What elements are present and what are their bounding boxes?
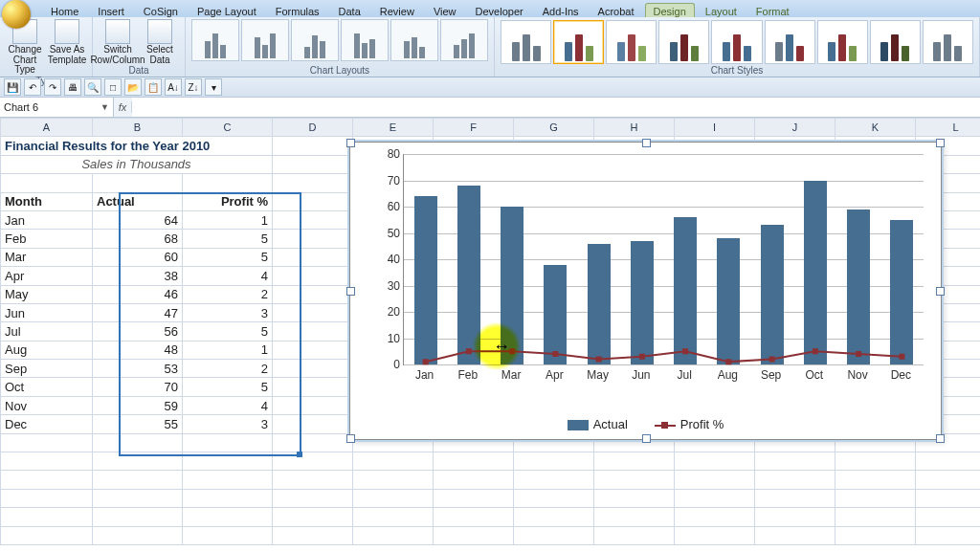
cell[interactable] <box>434 526 514 544</box>
cell[interactable]: Jun <box>1 303 93 321</box>
cell[interactable] <box>183 489 273 507</box>
cell[interactable]: 60 <box>93 248 183 266</box>
cell[interactable] <box>273 489 353 507</box>
profit-series[interactable] <box>404 154 924 364</box>
sort-asc-icon[interactable]: A↓ <box>165 78 182 96</box>
cell[interactable] <box>93 174 183 192</box>
cell[interactable] <box>755 471 835 489</box>
cell[interactable] <box>1 526 93 544</box>
cell[interactable] <box>594 526 675 544</box>
col-header-D[interactable]: D <box>273 119 353 137</box>
tab-add-ins[interactable]: Add-Ins <box>534 3 588 17</box>
cell[interactable] <box>916 489 981 507</box>
cell[interactable] <box>273 378 353 396</box>
legend-entry-profit[interactable]: Profit % <box>655 417 724 431</box>
cell[interactable] <box>183 526 273 544</box>
cell[interactable] <box>916 471 981 489</box>
cell[interactable]: 4 <box>183 396 273 414</box>
col-header-H[interactable]: H <box>594 119 675 137</box>
cell[interactable]: 68 <box>93 230 183 248</box>
cell[interactable] <box>835 508 916 526</box>
cell[interactable] <box>594 508 675 526</box>
cell[interactable]: 3 <box>183 303 273 321</box>
cell[interactable] <box>916 508 981 526</box>
sort-desc-icon[interactable]: Z↓ <box>185 78 202 96</box>
cell[interactable] <box>755 526 835 544</box>
cell[interactable]: Jul <box>1 322 93 341</box>
cell[interactable] <box>835 489 916 507</box>
cell[interactable] <box>93 433 183 452</box>
cell[interactable] <box>273 267 353 285</box>
cell[interactable] <box>273 526 353 544</box>
cell[interactable] <box>273 303 353 321</box>
cell[interactable] <box>93 526 183 544</box>
formula-bar[interactable] <box>132 98 980 117</box>
cell[interactable] <box>273 248 353 266</box>
cell[interactable]: Financial Results for the Year 2010 <box>1 137 273 155</box>
cell[interactable] <box>273 230 353 248</box>
cell[interactable]: 38 <box>93 267 183 285</box>
col-header-G[interactable]: G <box>514 119 594 137</box>
cell[interactable] <box>273 174 353 192</box>
cell[interactable]: 70 <box>93 378 183 396</box>
print-icon[interactable]: 🖶 <box>64 78 81 96</box>
save-as-template-button[interactable]: Save As Template <box>48 19 86 65</box>
cell[interactable] <box>675 452 755 471</box>
cell[interactable] <box>273 508 353 526</box>
tab-cosign[interactable]: CoSign <box>135 3 187 17</box>
cell[interactable] <box>273 210 353 229</box>
cell[interactable] <box>353 471 434 489</box>
cell[interactable]: 55 <box>93 415 183 433</box>
cell[interactable] <box>514 526 594 544</box>
col-header-E[interactable]: E <box>353 119 434 137</box>
cell[interactable]: Profit % <box>183 192 273 210</box>
cell[interactable] <box>273 415 353 433</box>
cell[interactable] <box>273 396 353 414</box>
cell[interactable]: Apr <box>1 267 93 285</box>
cell[interactable] <box>514 508 594 526</box>
tab-review[interactable]: Review <box>371 3 423 17</box>
paste-icon[interactable]: 📋 <box>145 78 162 96</box>
embedded-chart[interactable]: Actual Profit % ↔ 01020304050607080JanFe… <box>349 142 942 440</box>
cell[interactable] <box>1 174 93 192</box>
cell[interactable]: 2 <box>183 285 273 303</box>
cell[interactable] <box>183 508 273 526</box>
office-button[interactable] <box>2 0 31 29</box>
tab-format[interactable]: Format <box>747 3 798 17</box>
cell[interactable] <box>1 433 93 452</box>
cell[interactable] <box>675 489 755 507</box>
cell[interactable]: 48 <box>93 341 183 359</box>
tab-view[interactable]: View <box>425 3 465 17</box>
cell[interactable]: Actual <box>93 192 183 210</box>
cell[interactable] <box>835 526 916 544</box>
cell[interactable] <box>1 508 93 526</box>
cell[interactable] <box>835 471 916 489</box>
cell[interactable]: 47 <box>93 303 183 321</box>
cell[interactable] <box>273 471 353 489</box>
cell[interactable]: Sales in Thousands <box>1 155 273 173</box>
cell[interactable] <box>93 508 183 526</box>
cell[interactable]: Dec <box>1 415 93 433</box>
cell[interactable] <box>273 137 353 155</box>
cell[interactable] <box>916 452 981 471</box>
cell[interactable] <box>353 452 434 471</box>
cell[interactable]: Jan <box>1 210 93 229</box>
cell[interactable]: Feb <box>1 230 93 248</box>
save-icon[interactable]: 💾 <box>4 78 21 96</box>
redo-icon[interactable]: ↷ <box>44 78 61 96</box>
cell[interactable]: 4 <box>183 267 273 285</box>
cell[interactable] <box>434 471 514 489</box>
open-icon[interactable]: 📂 <box>124 78 142 96</box>
cell[interactable] <box>594 489 675 507</box>
col-header-B[interactable]: B <box>93 119 183 137</box>
cell[interactable]: Oct <box>1 378 93 396</box>
col-header-A[interactable]: A <box>1 119 93 137</box>
cell[interactable] <box>675 508 755 526</box>
cell[interactable] <box>675 526 755 544</box>
cell[interactable] <box>183 174 273 192</box>
cell[interactable] <box>273 322 353 341</box>
cell[interactable]: 3 <box>183 415 273 433</box>
preview-icon[interactable]: 🔍 <box>84 78 101 96</box>
cell[interactable]: Month <box>1 192 93 210</box>
tab-page-layout[interactable]: Page Layout <box>189 3 265 17</box>
